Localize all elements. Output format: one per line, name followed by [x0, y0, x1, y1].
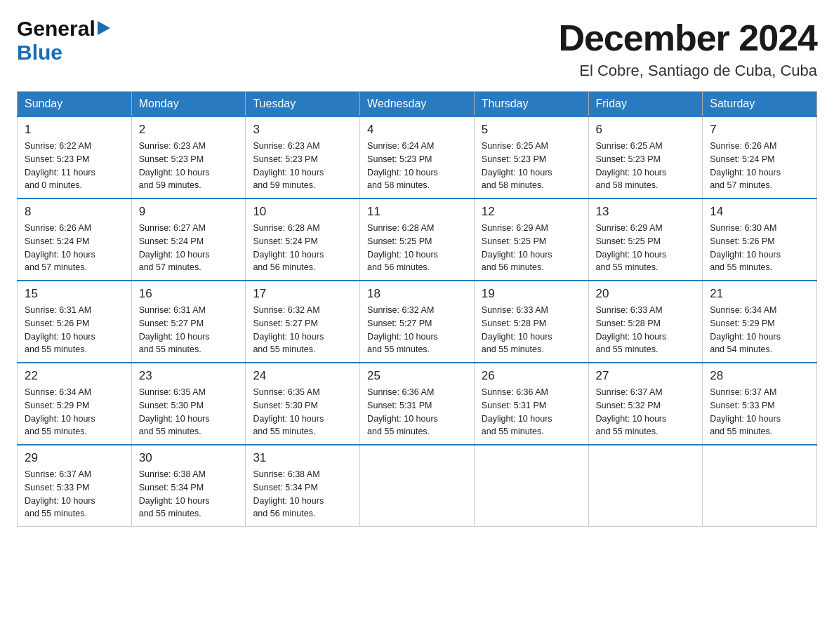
day-info: Sunrise: 6:27 AMSunset: 5:24 PMDaylight:…	[139, 222, 239, 274]
calendar-cell: 12 Sunrise: 6:29 AMSunset: 5:25 PMDaylig…	[474, 199, 588, 281]
day-info: Sunrise: 6:35 AMSunset: 5:30 PMDaylight:…	[253, 386, 352, 438]
day-number: 15	[25, 287, 124, 301]
calendar-cell: 9 Sunrise: 6:27 AMSunset: 5:24 PMDayligh…	[131, 199, 246, 281]
day-info: Sunrise: 6:30 AMSunset: 5:26 PMDaylight:…	[710, 222, 809, 274]
day-number: 1	[25, 123, 124, 137]
day-info: Sunrise: 6:23 AMSunset: 5:23 PMDaylight:…	[139, 140, 239, 192]
day-info: Sunrise: 6:26 AMSunset: 5:24 PMDaylight:…	[710, 140, 809, 192]
day-info: Sunrise: 6:33 AMSunset: 5:28 PMDaylight:…	[482, 304, 581, 356]
header-monday: Monday	[131, 92, 246, 117]
calendar-cell	[703, 445, 817, 527]
calendar-cell: 30 Sunrise: 6:38 AMSunset: 5:34 PMDaylig…	[131, 445, 246, 527]
calendar-cell: 13 Sunrise: 6:29 AMSunset: 5:25 PMDaylig…	[588, 199, 703, 281]
header-thursday: Thursday	[474, 92, 588, 117]
day-info: Sunrise: 6:38 AMSunset: 5:34 PMDaylight:…	[139, 468, 239, 521]
day-info: Sunrise: 6:37 AMSunset: 5:32 PMDaylight:…	[596, 386, 696, 438]
calendar-cell: 26 Sunrise: 6:36 AMSunset: 5:31 PMDaylig…	[474, 363, 588, 445]
week-row-2: 8 Sunrise: 6:26 AMSunset: 5:24 PMDayligh…	[18, 199, 817, 281]
day-info: Sunrise: 6:34 AMSunset: 5:29 PMDaylight:…	[25, 386, 124, 438]
calendar-title: December 2024	[558, 17, 817, 59]
day-number: 16	[139, 287, 239, 301]
calendar-cell: 28 Sunrise: 6:37 AMSunset: 5:33 PMDaylig…	[703, 363, 817, 445]
day-info: Sunrise: 6:28 AMSunset: 5:24 PMDaylight:…	[253, 222, 352, 274]
day-info: Sunrise: 6:33 AMSunset: 5:28 PMDaylight:…	[596, 304, 696, 356]
day-number: 22	[25, 369, 124, 383]
calendar-cell: 27 Sunrise: 6:37 AMSunset: 5:32 PMDaylig…	[588, 363, 703, 445]
day-number: 10	[253, 205, 352, 219]
calendar-cell: 8 Sunrise: 6:26 AMSunset: 5:24 PMDayligh…	[18, 199, 132, 281]
day-info: Sunrise: 6:37 AMSunset: 5:33 PMDaylight:…	[710, 386, 809, 438]
day-number: 25	[367, 369, 467, 383]
calendar-cell: 23 Sunrise: 6:35 AMSunset: 5:30 PMDaylig…	[131, 363, 246, 445]
calendar-cell: 15 Sunrise: 6:31 AMSunset: 5:26 PMDaylig…	[18, 281, 132, 363]
day-number: 12	[482, 205, 581, 219]
calendar-cell: 10 Sunrise: 6:28 AMSunset: 5:24 PMDaylig…	[246, 199, 360, 281]
calendar-cell: 29 Sunrise: 6:37 AMSunset: 5:33 PMDaylig…	[18, 445, 132, 527]
day-number: 11	[367, 205, 467, 219]
day-info: Sunrise: 6:36 AMSunset: 5:31 PMDaylight:…	[367, 386, 467, 438]
day-info: Sunrise: 6:34 AMSunset: 5:29 PMDaylight:…	[710, 304, 809, 356]
day-info: Sunrise: 6:25 AMSunset: 5:23 PMDaylight:…	[596, 140, 696, 192]
calendar-cell: 21 Sunrise: 6:34 AMSunset: 5:29 PMDaylig…	[703, 281, 817, 363]
day-info: Sunrise: 6:31 AMSunset: 5:26 PMDaylight:…	[25, 304, 124, 356]
day-number: 23	[139, 369, 239, 383]
calendar-cell: 5 Sunrise: 6:25 AMSunset: 5:23 PMDayligh…	[474, 116, 588, 199]
calendar-cell: 25 Sunrise: 6:36 AMSunset: 5:31 PMDaylig…	[360, 363, 475, 445]
day-info: Sunrise: 6:22 AMSunset: 5:23 PMDaylight:…	[25, 140, 124, 192]
calendar-cell: 18 Sunrise: 6:32 AMSunset: 5:27 PMDaylig…	[360, 281, 475, 363]
title-block: December 2024 El Cobre, Santiago de Cuba…	[558, 17, 817, 80]
calendar-cell: 20 Sunrise: 6:33 AMSunset: 5:28 PMDaylig…	[588, 281, 703, 363]
logo-blue: Blue	[17, 41, 62, 64]
calendar-cell: 14 Sunrise: 6:30 AMSunset: 5:26 PMDaylig…	[703, 199, 817, 281]
day-info: Sunrise: 6:28 AMSunset: 5:25 PMDaylight:…	[367, 222, 467, 274]
day-number: 20	[596, 287, 696, 301]
day-number: 8	[25, 205, 124, 219]
calendar-cell: 6 Sunrise: 6:25 AMSunset: 5:23 PMDayligh…	[588, 116, 703, 199]
day-number: 17	[253, 287, 352, 301]
day-number: 13	[596, 205, 696, 219]
day-info: Sunrise: 6:35 AMSunset: 5:30 PMDaylight:…	[139, 386, 239, 438]
day-info: Sunrise: 6:29 AMSunset: 5:25 PMDaylight:…	[482, 222, 581, 274]
calendar-cell: 16 Sunrise: 6:31 AMSunset: 5:27 PMDaylig…	[131, 281, 246, 363]
day-number: 27	[596, 369, 696, 383]
logo-general: General	[17, 17, 95, 41]
day-number: 7	[710, 123, 809, 137]
day-number: 5	[482, 123, 581, 137]
logo: General Blue	[17, 17, 110, 65]
header-tuesday: Tuesday	[246, 92, 360, 117]
calendar-cell: 1 Sunrise: 6:22 AMSunset: 5:23 PMDayligh…	[18, 116, 132, 199]
header-saturday: Saturday	[703, 92, 817, 117]
calendar-cell: 3 Sunrise: 6:23 AMSunset: 5:23 PMDayligh…	[246, 116, 360, 199]
header-wednesday: Wednesday	[360, 92, 475, 117]
day-number: 4	[367, 123, 467, 137]
day-info: Sunrise: 6:37 AMSunset: 5:33 PMDaylight:…	[25, 468, 124, 521]
day-info: Sunrise: 6:29 AMSunset: 5:25 PMDaylight:…	[596, 222, 696, 274]
day-number: 28	[710, 369, 809, 383]
day-info: Sunrise: 6:26 AMSunset: 5:24 PMDaylight:…	[25, 222, 124, 274]
calendar-cell	[474, 445, 588, 527]
calendar-cell: 22 Sunrise: 6:34 AMSunset: 5:29 PMDaylig…	[18, 363, 132, 445]
day-number: 6	[596, 123, 696, 137]
calendar-cell: 11 Sunrise: 6:28 AMSunset: 5:25 PMDaylig…	[360, 199, 475, 281]
day-info: Sunrise: 6:38 AMSunset: 5:34 PMDaylight:…	[253, 468, 352, 521]
calendar-cell: 7 Sunrise: 6:26 AMSunset: 5:24 PMDayligh…	[703, 116, 817, 199]
week-row-4: 22 Sunrise: 6:34 AMSunset: 5:29 PMDaylig…	[18, 363, 817, 445]
day-number: 31	[253, 451, 352, 465]
calendar-cell: 31 Sunrise: 6:38 AMSunset: 5:34 PMDaylig…	[246, 445, 360, 527]
header-sunday: Sunday	[18, 92, 132, 117]
calendar-cell	[360, 445, 475, 527]
calendar-table: Sunday Monday Tuesday Wednesday Thursday…	[17, 91, 817, 527]
calendar-cell: 4 Sunrise: 6:24 AMSunset: 5:23 PMDayligh…	[360, 116, 475, 199]
week-row-3: 15 Sunrise: 6:31 AMSunset: 5:26 PMDaylig…	[18, 281, 817, 363]
header-friday: Friday	[588, 92, 703, 117]
week-row-5: 29 Sunrise: 6:37 AMSunset: 5:33 PMDaylig…	[18, 445, 817, 527]
day-info: Sunrise: 6:32 AMSunset: 5:27 PMDaylight:…	[367, 304, 467, 356]
day-info: Sunrise: 6:31 AMSunset: 5:27 PMDaylight:…	[139, 304, 239, 356]
day-number: 24	[253, 369, 352, 383]
day-number: 14	[710, 205, 809, 219]
page-header: General Blue December 2024 El Cobre, San…	[17, 17, 817, 80]
calendar-cell	[588, 445, 703, 527]
day-info: Sunrise: 6:36 AMSunset: 5:31 PMDaylight:…	[482, 386, 581, 438]
day-info: Sunrise: 6:25 AMSunset: 5:23 PMDaylight:…	[482, 140, 581, 192]
calendar-cell: 2 Sunrise: 6:23 AMSunset: 5:23 PMDayligh…	[131, 116, 246, 199]
